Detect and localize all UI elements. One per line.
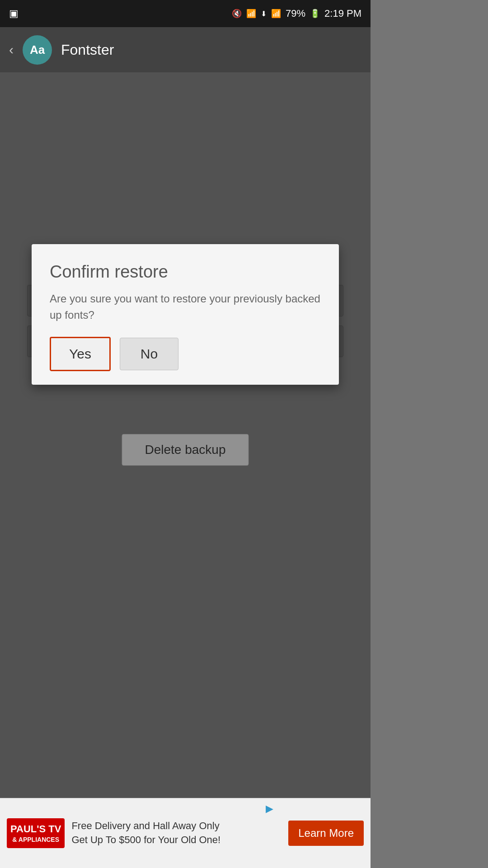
download-icon: ⬇ [261,9,267,18]
brand-line1: PAUL'S TV [10,823,61,836]
mute-icon: 🔇 [232,9,242,19]
voicemail-icon: ▣ [9,8,19,19]
confirm-restore-dialog: Confirm restore Are you sure you want to… [32,244,339,385]
app-title: Fontster [61,42,114,58]
ad-banner: PAUL'S TV & APPLIANCES Free Delivery and… [0,798,371,868]
status-bar-right: 🔇 📶 ⬇ 📶 79% 🔋 2:19 PM [232,8,361,19]
dialog-overlay: Confirm restore Are you sure you want to… [0,72,371,868]
wifi-icon: 📶 [246,9,256,19]
battery-icon: 🔋 [310,9,320,19]
battery-percent: 79% [286,8,305,19]
back-button[interactable]: ‹ [9,42,14,57]
ad-brand-logo: PAUL'S TV & APPLIANCES [7,818,65,849]
dialog-title: Confirm restore [50,262,321,282]
status-bar-left: ▣ [9,8,19,19]
dialog-buttons: Yes No [50,337,321,371]
brand-line2: & APPLIANCES [10,835,61,844]
learn-more-button[interactable]: Learn More [288,821,364,846]
ad-text: Free Delivery and Hall Away Only Get Up … [71,819,282,847]
main-content: Delete backup Confirm restore Are you su… [0,72,371,868]
dialog-message: Are you sure you want to restore your pr… [50,291,321,323]
status-bar: ▣ 🔇 📶 ⬇ 📶 79% 🔋 2:19 PM [0,0,371,27]
no-button[interactable]: No [120,338,178,370]
app-icon: Aa [23,35,52,65]
yes-button[interactable]: Yes [50,337,111,371]
ad-info-icon[interactable]: ▶ [266,803,273,815]
time: 2:19 PM [324,8,361,19]
signal-icon: 📶 [271,9,281,19]
app-bar: ‹ Aa Fontster [0,27,371,72]
